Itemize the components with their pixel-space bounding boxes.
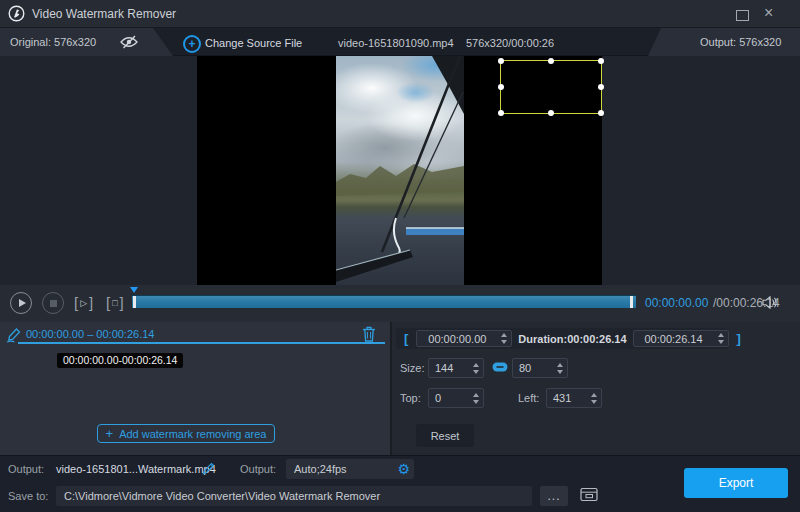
start-time-field[interactable] [416, 330, 512, 347]
add-source-icon[interactable]: + [183, 35, 201, 53]
title-bar: Video Watermark Remover × [0, 0, 800, 28]
seek-handle-left[interactable] [133, 296, 136, 308]
selection-handle[interactable] [548, 110, 554, 116]
playhead-pointer[interactable] [130, 287, 138, 293]
size-label: Size: [400, 362, 424, 374]
start-time-spinner-arrows[interactable] [497, 333, 511, 344]
watermark-range-label: 00:00:00.00 – 00:00:26.14 [26, 328, 154, 340]
app-window: Video Watermark Remover × Original: 576x… [0, 0, 800, 512]
left-label: Left: [518, 392, 539, 404]
top-label: Top: [400, 392, 421, 404]
top-input[interactable] [429, 392, 469, 404]
frame-forward-button[interactable]: [▷] [74, 293, 93, 313]
top-spinner-arrows[interactable] [469, 393, 483, 404]
video-preview [336, 56, 464, 285]
selection-handle[interactable] [498, 110, 504, 116]
left-input[interactable] [547, 392, 587, 404]
size-width-field[interactable] [428, 358, 484, 378]
maximize-button[interactable] [736, 10, 749, 21]
top-field[interactable] [428, 388, 484, 408]
seek-handle-right[interactable] [630, 296, 633, 308]
source-filename: video-1651801090.mp4 [338, 37, 454, 49]
stop-button[interactable] [42, 292, 64, 314]
export-button[interactable]: Export [684, 468, 788, 498]
seek-bar[interactable] [132, 295, 636, 308]
output-format-field[interactable]: ⚙ [286, 459, 414, 479]
size-height-spinner-arrows[interactable] [553, 363, 567, 374]
selection-handle[interactable] [498, 58, 504, 64]
add-watermark-area-button[interactable]: + Add watermark removing area [97, 424, 275, 443]
selection-handle[interactable] [498, 84, 504, 90]
output-filename: video-1651801...Watermark.mp4 [56, 463, 216, 475]
app-logo-icon [8, 5, 25, 22]
stop-icon [50, 300, 57, 307]
size-height-field[interactable] [512, 358, 568, 378]
duration-label: Duration:00:00:26.14 [518, 333, 626, 345]
volume-icon[interactable] [762, 296, 778, 309]
output-format-label: Output: [240, 463, 276, 475]
original-resolution-label: Original: 576x320 [10, 36, 96, 48]
close-button[interactable]: × [764, 4, 773, 22]
frame-stop-button[interactable]: [□] [106, 293, 124, 313]
end-time-spinner-arrows[interactable] [714, 333, 728, 344]
plus-icon: + [106, 427, 114, 440]
current-time: 00:00:00.00 [645, 296, 708, 310]
selection-handle[interactable] [548, 58, 554, 64]
browse-button[interactable]: ... [540, 486, 568, 506]
end-time-input[interactable] [634, 333, 714, 345]
add-watermark-area-label: Add watermark removing area [119, 428, 266, 440]
output-resolution-label: Output: 576x320 [700, 36, 781, 48]
output-format-input[interactable] [286, 463, 393, 475]
time-range-group: [ Duration:00:00:26.14 ] [396, 328, 728, 349]
play-icon [19, 299, 26, 307]
left-spinner-arrows[interactable] [587, 393, 601, 404]
play-button[interactable] [10, 292, 32, 314]
size-width-input[interactable] [429, 362, 469, 374]
output-file-label: Output: [8, 463, 44, 475]
video-scene-overlay [336, 56, 464, 285]
save-path-input[interactable] [56, 490, 532, 502]
reset-button[interactable]: Reset [416, 424, 474, 447]
marker-pen-icon [6, 327, 22, 343]
frame-stop-icon: □ [112, 298, 117, 308]
end-time-field[interactable] [633, 330, 729, 347]
range-tooltip: 00:00:00.00-00:00:26.14 [57, 353, 183, 368]
set-start-bracket-button[interactable]: [ [396, 331, 416, 346]
start-time-input[interactable] [417, 333, 497, 345]
selection-handle[interactable] [598, 110, 604, 116]
left-field[interactable] [546, 388, 602, 408]
size-width-spinner-arrows[interactable] [469, 363, 483, 374]
frame-play-icon: ▷ [80, 298, 87, 308]
rename-pencil-icon[interactable] [202, 461, 216, 475]
area-range-slider[interactable] [18, 342, 385, 344]
open-folder-icon[interactable] [580, 487, 598, 502]
eye-off-icon[interactable] [120, 35, 138, 49]
source-resolution-duration: 576x320/00:00:26 [466, 37, 554, 49]
save-path-field[interactable] [56, 486, 532, 506]
size-height-input[interactable] [513, 362, 553, 374]
selection-handle[interactable] [598, 58, 604, 64]
window-title: Video Watermark Remover [32, 7, 176, 21]
watermark-selection-rect[interactable] [500, 60, 602, 114]
link-ratio-icon[interactable] [492, 362, 508, 372]
set-end-bracket-button[interactable]: ] [729, 331, 749, 346]
delete-area-icon[interactable] [362, 326, 376, 342]
change-source-file-button[interactable]: Change Source File [205, 37, 302, 49]
gear-icon[interactable]: ⚙ [393, 462, 414, 476]
save-to-label: Save to: [8, 490, 48, 502]
selection-handle[interactable] [598, 84, 604, 90]
